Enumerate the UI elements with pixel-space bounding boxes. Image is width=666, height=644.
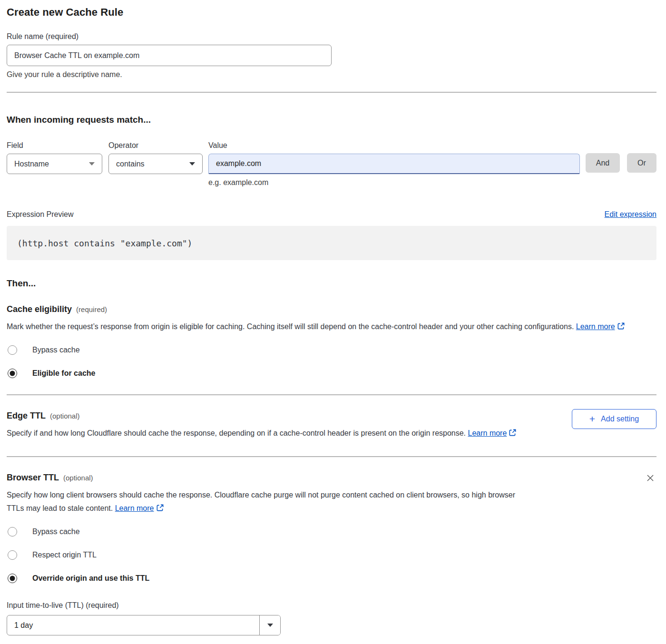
field-select[interactable]: Hostname — [7, 154, 102, 174]
expression-preview-label: Expression Preview — [7, 210, 74, 219]
expression-code-block: (http.host contains "example.com") — [7, 226, 656, 260]
field-label: Field — [7, 141, 102, 150]
cache-eligibility-section: Cache eligibility (required) Mark whethe… — [7, 304, 656, 378]
section-divider — [7, 394, 656, 395]
close-icon — [645, 473, 656, 483]
and-or-buttons: And Or — [580, 153, 656, 173]
section-divider — [7, 456, 656, 457]
learn-more-link[interactable]: Learn more — [468, 429, 507, 437]
operator-column: Operator contains — [108, 141, 203, 174]
match-heading: When incoming requests match... — [7, 115, 656, 125]
edge-ttl-header: Edge TTL (optional) Specify if and how l… — [7, 411, 656, 440]
expression-header: Expression Preview Edit expression — [7, 210, 656, 219]
value-label: Value — [208, 141, 580, 150]
browser-ttl-header: Browser TTL (optional) Specify how long … — [7, 473, 656, 515]
add-setting-button[interactable]: + Add setting — [572, 409, 656, 429]
chevron-down-icon — [189, 162, 195, 166]
field-select-value: Hostname — [14, 160, 49, 168]
browser-ttl-description: Specify how long client browsers should … — [7, 488, 528, 515]
radio-respect-origin-ttl[interactable]: Respect origin TTL — [7, 550, 656, 560]
remove-setting-button[interactable] — [644, 472, 656, 486]
learn-more-link[interactable]: Learn more — [115, 504, 154, 512]
external-link-icon — [156, 504, 164, 512]
browser-ttl-optional-label: (optional) — [63, 474, 93, 482]
create-cache-rule-form: Create new Cache Rule Rule name (require… — [0, 0, 666, 644]
then-heading: Then... — [7, 278, 656, 289]
operator-label: Operator — [108, 141, 203, 150]
radio-override-origin-ttl[interactable]: Override origin and use this TTL — [7, 574, 656, 583]
browser-ttl-title: Browser TTL — [7, 473, 59, 483]
cache-eligibility-required-label: (required) — [76, 305, 107, 313]
radio-icon — [8, 345, 17, 355]
chevron-down-icon — [89, 162, 95, 166]
rule-name-group: Rule name (required) Give your rule a de… — [7, 32, 656, 79]
external-link-icon — [509, 429, 517, 437]
edge-ttl-optional-label: (optional) — [50, 412, 80, 420]
radio-icon — [8, 369, 17, 378]
browser-ttl-section: Browser TTL (optional) Specify how long … — [7, 473, 656, 635]
ttl-input-group: Input time-to-live (TTL) (required) 1 da… — [7, 601, 656, 635]
rule-name-label: Rule name (required) — [7, 32, 656, 41]
rule-name-help: Give your rule a descriptive name. — [7, 70, 656, 79]
expression-code: (http.host contains "example.com") — [17, 238, 192, 248]
edge-ttl-section: Edge TTL (optional) Specify if and how l… — [7, 411, 656, 440]
value-column: Value e.g. example.com — [208, 141, 580, 187]
field-column: Field Hostname — [7, 141, 102, 174]
or-button[interactable]: Or — [627, 153, 656, 173]
learn-more-link[interactable]: Learn more — [576, 322, 615, 331]
rule-name-input[interactable] — [7, 45, 332, 66]
page-title: Create new Cache Rule — [7, 6, 656, 19]
cache-eligibility-description: Mark whether the request’s response from… — [7, 320, 656, 333]
edge-ttl-title: Edge TTL — [7, 411, 46, 421]
radio-icon — [8, 527, 17, 537]
browser-ttl-options: Bypass cache Respect origin TTL Override… — [7, 527, 656, 583]
edge-ttl-description: Specify if and how long Cloudflare shoul… — [7, 427, 517, 440]
cache-eligibility-title-row: Cache eligibility (required) — [7, 304, 656, 314]
edit-expression-link[interactable]: Edit expression — [605, 210, 656, 219]
radio-bypass-cache[interactable]: Bypass cache — [7, 345, 656, 355]
operator-select[interactable]: contains — [108, 154, 203, 174]
value-help: e.g. example.com — [208, 178, 580, 187]
external-link-icon — [617, 322, 625, 330]
radio-icon — [8, 550, 17, 560]
operator-select-value: contains — [116, 160, 145, 168]
ttl-select[interactable]: 1 day — [7, 615, 281, 635]
radio-icon — [8, 574, 17, 583]
match-condition-row: Field Hostname Operator contains Value e… — [7, 141, 656, 187]
radio-eligible-for-cache[interactable]: Eligible for cache — [7, 369, 656, 378]
cache-eligibility-options: Bypass cache Eligible for cache — [7, 345, 656, 378]
plus-icon: + — [589, 414, 595, 424]
section-divider — [7, 92, 656, 93]
ttl-select-value: 1 day — [7, 615, 259, 635]
value-input[interactable] — [208, 154, 580, 174]
ttl-input-label: Input time-to-live (TTL) (required) — [7, 601, 656, 610]
radio-bypass-cache[interactable]: Bypass cache — [7, 527, 656, 537]
and-button[interactable]: And — [586, 153, 620, 173]
cache-eligibility-title: Cache eligibility — [7, 304, 72, 314]
chevron-down-icon — [259, 615, 280, 635]
